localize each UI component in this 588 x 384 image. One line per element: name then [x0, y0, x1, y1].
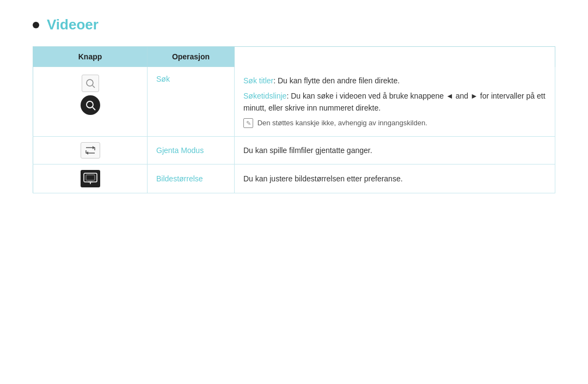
- table-header-row: Knapp Operasjon: [33, 47, 555, 67]
- col-header-knapp: Knapp: [33, 47, 148, 67]
- desc-repeat: Du kan spille filmfiler gjentatte ganger…: [243, 146, 372, 155]
- desc-note: ✎ Den støttes kanskje ikke, avhengig av …: [243, 118, 546, 129]
- desc-line-2: Søketidslinje: Du kan søke i videoen ved…: [243, 90, 546, 114]
- table-row: Gjenta Modus Du kan spille filmfiler gje…: [33, 137, 555, 164]
- link-soketidslinje: Søketidslinje: [243, 92, 286, 100]
- repeat-icon: [81, 142, 100, 159]
- link-sok-titler: Søk titler: [243, 76, 273, 85]
- svg-rect-7: [86, 175, 95, 180]
- note-text: Den støttes kanskje ikke, avhengig av in…: [258, 119, 427, 127]
- svg-point-0: [87, 80, 93, 86]
- svg-point-2: [87, 101, 93, 108]
- col-header-operasjon: Operasjon: [148, 47, 235, 67]
- desc-line-2-rest: : Du kan søke i videoen ved å bruke knap…: [243, 92, 546, 112]
- picture-size-icon: [81, 170, 100, 187]
- bullet-dot: [33, 22, 39, 28]
- svg-line-3: [93, 107, 95, 110]
- table-row: Søk Søk titler: Du kan flytte den andre …: [33, 67, 555, 137]
- function-cell-repeat: Gjenta Modus: [148, 137, 235, 164]
- search-large-icon: [81, 95, 100, 115]
- svg-line-1: [93, 86, 95, 88]
- main-table: Knapp Operasjon: [33, 46, 555, 193]
- desc-line-1-rest: : Du kan flytte den andre filen direkte.: [273, 76, 400, 85]
- function-cell-picture: Bildestørrelse: [148, 164, 235, 193]
- description-cell-repeat: Du kan spille filmfiler gjentatte ganger…: [235, 137, 555, 164]
- note-icon: ✎: [243, 118, 253, 128]
- desc-line-1: Søk titler: Du kan flytte den andre file…: [243, 75, 546, 87]
- description-cell-picture: Du kan justere bildestørrelsen etter pre…: [235, 164, 555, 193]
- icon-container-search: [42, 75, 138, 115]
- function-name-repeat: Gjenta Modus: [156, 146, 204, 155]
- description-cell-search: Søk titler: Du kan flytte den andre file…: [235, 67, 555, 137]
- knapp-cell-search: [33, 67, 148, 137]
- page-title: Videoer: [47, 16, 99, 33]
- function-name-search: Søk: [156, 75, 170, 83]
- desc-picture: Du kan justere bildestørrelsen etter pre…: [243, 174, 403, 183]
- search-small-icon: [82, 75, 99, 92]
- function-name-picture: Bildestørrelse: [156, 174, 203, 183]
- table-row: Bildestørrelse Du kan justere bildestørr…: [33, 164, 555, 193]
- page-header: Videoer: [33, 16, 555, 33]
- knapp-cell-repeat: [33, 137, 148, 164]
- function-cell-search: Søk: [148, 67, 235, 137]
- knapp-cell-picture: [33, 164, 148, 193]
